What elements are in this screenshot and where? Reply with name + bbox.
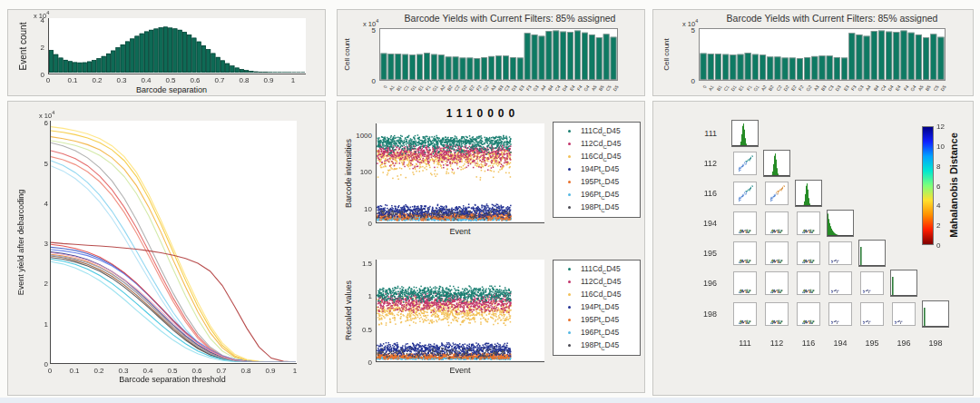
legend-label: 194PtCD45 (581, 302, 619, 313)
yield-curves-plot[interactable] (50, 121, 297, 364)
barcode-yields-canvas-2[interactable] (700, 29, 945, 80)
matrix-cell-canvas (893, 303, 915, 325)
x-tick-label: 0.8 (237, 76, 251, 84)
matrix-cell-112-112[interactable] (763, 150, 790, 177)
matrix-cell-198-194[interactable] (828, 302, 852, 326)
matrix-cell-canvas (891, 270, 916, 296)
y-tick-label: 0 (682, 77, 695, 85)
matrix-cell-112-111[interactable] (733, 152, 757, 175)
matrix-cell-196-194[interactable] (828, 271, 852, 295)
matrix-cell-196-111[interactable] (733, 271, 757, 295)
x-tick-label: 1 (288, 367, 302, 375)
legend-item: 196PtCD45 (554, 189, 640, 202)
matrix-cell-canvas (734, 182, 756, 204)
barcode-intensities-plot[interactable] (376, 123, 544, 223)
matrix-cell-196-116[interactable] (797, 271, 820, 295)
matrix-cell-198-116[interactable] (797, 302, 820, 326)
matrix-cell-195-194[interactable] (828, 241, 852, 265)
matrix-cell-196-195[interactable] (860, 271, 884, 295)
barcode-yields-canvas[interactable] (380, 29, 617, 80)
matrix-cell-canvas (734, 242, 756, 264)
legend-item: 195PtCD45 (554, 176, 640, 189)
legend-marker-dot (568, 293, 571, 296)
barcode-yields-plot-2[interactable] (699, 28, 946, 81)
matrix-col-label: 112 (766, 339, 788, 348)
matrix-cell-198-196[interactable] (892, 302, 916, 326)
legend-marker-dot (568, 331, 571, 334)
matrix-cell-canvas (766, 212, 788, 234)
matrix-cell-canvas (798, 242, 819, 264)
x-axis-label: Event (415, 366, 505, 375)
legend-item: 112CdCD45 (554, 276, 640, 289)
rescaled-values-canvas[interactable] (377, 260, 544, 360)
y-tick-label: 0 (352, 359, 372, 367)
legend-item: 195PtCD45 (554, 314, 640, 327)
matrix-cell-198-195[interactable] (860, 302, 884, 326)
matrix-col-label: 195 (861, 339, 883, 348)
legend-label: 195PtCD45 (581, 315, 619, 326)
x-tick-label: 0.4 (139, 76, 153, 84)
y-tick-label: 0 (32, 71, 44, 79)
matrix-cell-canvas (796, 181, 821, 206)
separation-histogram-plot[interactable] (48, 18, 306, 74)
legend-item: 116CdCD45 (554, 151, 640, 163)
matrix-cell-195-111[interactable] (733, 241, 757, 265)
matrix-cell-194-111[interactable] (733, 211, 757, 235)
legend-label: 111CdCD45 (581, 264, 621, 275)
matrix-row-label: 198 (695, 310, 717, 319)
matrix-cell-canvas (766, 303, 788, 325)
channel-legend-2[interactable]: 111CdCD45112CdCD45116CdCD45194PtCD45195P… (553, 260, 641, 356)
x-axis-label: Barcode separation (108, 85, 235, 94)
x-tick-label: 0.3 (114, 76, 129, 84)
matrix-col-label: 116 (798, 339, 819, 348)
y-tick-label: 0.5 (352, 326, 372, 334)
yield-curves-panel: x 104 Event yield after debarcoding Barc… (7, 101, 326, 396)
matrix-cell-canvas (861, 303, 883, 325)
matrix-cell-195-116[interactable] (797, 241, 820, 265)
y-tick-label: 4 (32, 16, 44, 25)
barcode-yields-plot[interactable] (379, 28, 618, 81)
matrix-cell-116-116[interactable] (795, 180, 822, 207)
matrix-cell-canvas (734, 152, 756, 174)
matrix-cell-111-111[interactable] (731, 120, 759, 147)
separation-histogram-canvas[interactable] (49, 18, 305, 73)
matrix-cell-196-196[interactable] (890, 270, 917, 297)
legend-label: 195PtCD45 (581, 177, 619, 188)
barcode-intensities-canvas[interactable] (377, 123, 544, 221)
x-tick-label: 1 (286, 76, 300, 84)
matrix-col-label: 194 (829, 339, 851, 348)
legend-marker-dot (568, 319, 571, 321)
colorbar-tick-label: 2 (936, 221, 951, 230)
matrix-cell-canvas (798, 212, 819, 234)
legend-item: 196PtCD45 (554, 327, 640, 339)
matrix-cell-116-112[interactable] (765, 182, 789, 205)
matrix-cell-194-116[interactable] (797, 211, 820, 235)
mahalanobis-colorbar (922, 126, 934, 245)
legend-marker-dot (568, 193, 571, 196)
y-tick-label: 0 (352, 220, 372, 228)
matrix-cell-194-194[interactable] (827, 210, 854, 237)
x-tick-label: 0.8 (239, 367, 253, 375)
colorbar-tick-label: 6 (936, 182, 951, 191)
rescaled-values-plot[interactable] (376, 260, 544, 362)
y-axis-label: Event yield after debarcoding (16, 190, 25, 296)
matrix-cell-198-198[interactable] (922, 300, 949, 328)
matrix-cell-195-195[interactable] (858, 240, 886, 267)
mahalanobis-matrix-panel: Mahalanobis Distance 1111121161941951961… (652, 101, 974, 396)
matrix-cell-canvas (798, 303, 819, 325)
matrix-cell-198-112[interactable] (765, 302, 789, 326)
x-tick-label: 0.1 (67, 367, 82, 375)
matrix-cell-198-111[interactable] (733, 302, 757, 326)
legend-label: 116CdCD45 (581, 290, 621, 300)
matrix-cell-116-111[interactable] (733, 182, 757, 205)
yield-curves-canvas[interactable] (51, 121, 296, 362)
matrix-cell-195-112[interactable] (765, 241, 789, 265)
legend-label: 194PtCD45 (581, 164, 619, 175)
matrix-cell-194-112[interactable] (765, 211, 789, 235)
legend-label: 198PtCD45 (581, 340, 619, 351)
x-tick-label: 0.2 (92, 367, 106, 375)
matrix-cell-196-112[interactable] (765, 271, 789, 295)
colorbar-tick-label: 4 (936, 202, 951, 210)
legend-marker-dot (568, 268, 571, 270)
channel-legend[interactable]: 111CdCD45112CdCD45116CdCD45194PtCD45195P… (553, 122, 641, 218)
